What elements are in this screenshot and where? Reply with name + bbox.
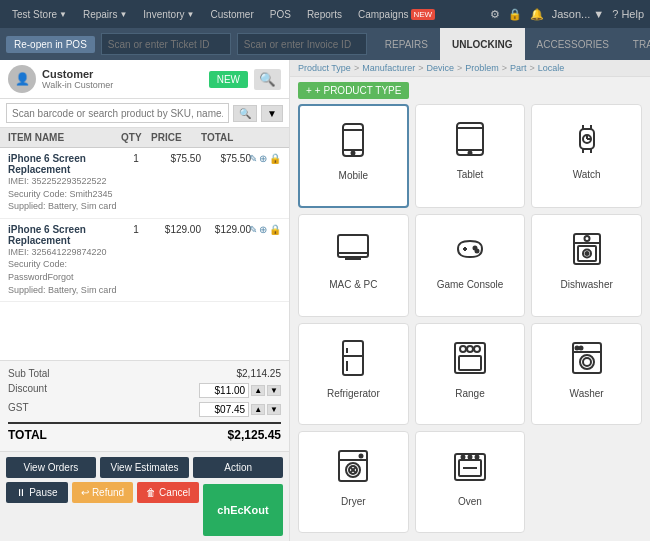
help-link[interactable]: ? Help [612, 8, 644, 20]
discount-label: Discount [8, 383, 47, 398]
tab-repairs[interactable]: REPAIRS [373, 28, 440, 60]
tablet-icon [446, 115, 494, 163]
gst-label: GST [8, 402, 29, 417]
product-card-range[interactable]: Range [415, 323, 526, 425]
item-security: Security Code: PasswordForgot [8, 258, 121, 283]
shield-icon[interactable]: 🔒 [508, 8, 522, 21]
svg-point-36 [460, 346, 466, 352]
tab-trade-in[interactable]: TRADE IN [621, 28, 650, 60]
breadcrumb-manufacturer[interactable]: Manufacturer [362, 63, 415, 73]
svg-point-7 [468, 152, 471, 155]
dishwasher-label: Dishwasher [561, 279, 613, 290]
delete-icon[interactable]: 🔒 [269, 153, 281, 164]
checkout-button[interactable]: chEcKout [203, 484, 283, 536]
gst-up-button[interactable]: ▲ [251, 404, 265, 415]
add-product-type-button[interactable]: + + PRODUCT TYPE [298, 82, 409, 99]
mobile-icon [329, 116, 377, 164]
edit-icon[interactable]: ✎ [249, 153, 257, 164]
product-card-mac[interactable]: MAC & PC [298, 214, 409, 316]
item-details: iPhone 6 Screen Replacement IMEI: 352252… [8, 153, 121, 213]
item-price: $129.00 [151, 224, 201, 235]
table-row: iPhone 6 Screen Replacement IMEI: 325641… [0, 219, 289, 302]
product-card-mobile[interactable]: Mobile [298, 104, 409, 208]
gst-down-button[interactable]: ▼ [267, 404, 281, 415]
washer-icon [563, 334, 611, 382]
mac-icon [329, 225, 377, 273]
watch-label: Watch [573, 169, 601, 180]
breadcrumb-problem[interactable]: Problem [465, 63, 499, 73]
nav-inventory[interactable]: Inventory ▼ [137, 0, 200, 28]
table-row: iPhone 6 Screen Replacement IMEI: 352252… [0, 148, 289, 219]
breadcrumb-product-type[interactable]: Product Type [298, 63, 351, 73]
delete-icon[interactable]: 🔒 [269, 224, 281, 235]
reopen-pos-button[interactable]: Re-open in POS [6, 36, 95, 53]
gst-input[interactable] [199, 402, 249, 417]
ticket-id-input[interactable] [101, 33, 231, 55]
svg-point-26 [584, 236, 589, 241]
notification-icon[interactable]: 🔔 [530, 8, 544, 21]
user-menu[interactable]: Jason... ▼ [552, 8, 604, 20]
tab-unlocking[interactable]: UNLOCKING [440, 28, 525, 60]
item-imei: IMEI: 352252293522522 [8, 175, 121, 188]
cancel-button[interactable]: 🗑 Cancel [137, 482, 199, 503]
refund-icon: ↩ [81, 487, 89, 498]
product-search-input[interactable] [6, 103, 229, 123]
breadcrumb-part[interactable]: Part [510, 63, 527, 73]
item-name: iPhone 6 Screen Replacement [8, 153, 121, 175]
product-card-dryer[interactable]: Dryer [298, 431, 409, 533]
nav-repairs[interactable]: Repairs ▼ [77, 0, 133, 28]
sep3: > [457, 63, 462, 73]
items-list: iPhone 6 Screen Replacement IMEI: 352252… [0, 148, 289, 360]
copy-icon[interactable]: ⊕ [259, 224, 267, 235]
new-customer-button[interactable]: NEW [209, 71, 248, 88]
discount-input[interactable] [199, 383, 249, 398]
breadcrumb-locale[interactable]: Locale [538, 63, 565, 73]
product-card-refrigerator[interactable]: Refrigerator [298, 323, 409, 425]
nav-campaigns[interactable]: Campaigns NEW [352, 0, 441, 28]
nav-store[interactable]: Test Store ▼ [6, 0, 73, 28]
svg-rect-35 [459, 356, 481, 370]
svg-point-29 [585, 252, 588, 255]
nav-reports[interactable]: Reports [301, 0, 348, 28]
product-card-game-console[interactable]: Game Console [415, 214, 526, 316]
item-supplied: Supplied: Battery, Sim card [8, 284, 121, 297]
product-card-oven[interactable]: Oven [415, 431, 526, 533]
subtotal-value: $2,114.25 [237, 368, 282, 379]
product-search-button[interactable]: 🔍 [233, 105, 257, 122]
pause-icon: ⏸ [16, 487, 26, 498]
product-card-washer[interactable]: Washer [531, 323, 642, 425]
breadcrumb-device[interactable]: Device [426, 63, 454, 73]
tablet-label: Tablet [457, 169, 484, 180]
gamepad-icon [446, 225, 494, 273]
discount-up-button[interactable]: ▲ [251, 385, 265, 396]
action-button[interactable]: Action [193, 457, 283, 478]
nav-customer[interactable]: Customer [204, 0, 259, 28]
pause-button[interactable]: ⏸ Pause [6, 482, 68, 503]
discount-down-button[interactable]: ▼ [267, 385, 281, 396]
filter-button[interactable]: ▼ [261, 105, 283, 122]
view-orders-button[interactable]: View Orders [6, 457, 96, 478]
product-card-tablet[interactable]: Tablet [415, 104, 526, 208]
customer-name: Customer [42, 68, 203, 80]
edit-icon[interactable]: ✎ [249, 224, 257, 235]
copy-icon[interactable]: ⊕ [259, 153, 267, 164]
product-type-grid: Mobile Tablet [290, 104, 650, 541]
svg-point-56 [475, 455, 478, 458]
nav-pos[interactable]: POS [264, 0, 297, 28]
refund-button[interactable]: ↩ Refund [72, 482, 134, 503]
col-price: PRICE [151, 132, 201, 143]
settings-icon[interactable]: ⚙ [490, 8, 500, 21]
washer-label: Washer [570, 388, 604, 399]
second-row: Re-open in POS REPAIRS UNLOCKING ACCESSO… [0, 28, 650, 60]
main-layout: 👤 Customer Walk-in Customer NEW 🔍 🔍 ▼ IT… [0, 60, 650, 541]
product-card-dishwasher[interactable]: Dishwasher [531, 214, 642, 316]
svg-point-37 [467, 346, 473, 352]
total-label: TOTAL [8, 428, 47, 442]
product-card-watch[interactable]: Watch [531, 104, 642, 208]
tab-accessories[interactable]: ACCESSORIES [525, 28, 621, 60]
customer-search-button[interactable]: 🔍 [254, 69, 281, 90]
invoice-id-input[interactable] [237, 33, 367, 55]
col-actions [251, 132, 281, 143]
view-estimates-button[interactable]: View Estimates [100, 457, 190, 478]
svg-point-38 [474, 346, 480, 352]
